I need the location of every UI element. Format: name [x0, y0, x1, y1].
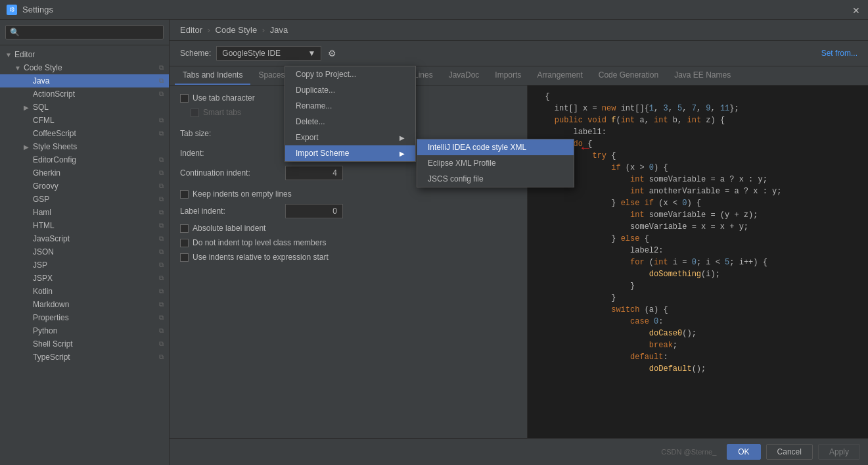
set-from-link[interactable]: Set from... — [821, 49, 857, 58]
code-line: } else { — [536, 233, 860, 245]
use-tab-character-checkbox[interactable] — [180, 94, 189, 103]
sidebar-item-label: Properties — [33, 313, 69, 322]
breadcrumb-code-style: Code Style — [216, 25, 258, 35]
sidebar-item-jspx[interactable]: JSPX ⧉ — [0, 272, 169, 285]
window-title: Settings — [22, 5, 852, 14]
code-line: case 0: — [536, 316, 860, 328]
sidebar-item-label: Style Sheets — [33, 142, 77, 151]
breadcrumb: Editor › Code Style › Java — [170, 20, 868, 41]
code-line: someVariable = x = x + y; — [536, 221, 860, 233]
code-line: break; — [536, 339, 860, 351]
sidebar-item-java[interactable]: Java ⧉ — [0, 74, 169, 87]
code-line: int someVariable = (y + z); — [536, 209, 860, 221]
sidebar-item-label: Python — [33, 326, 57, 335]
dropdown-arrow-icon: ▼ — [308, 49, 315, 58]
sidebar-item-properties[interactable]: Properties ⧉ — [0, 311, 169, 324]
copy-icon: ⧉ — [159, 77, 164, 85]
sidebar-item-gsp[interactable]: GSP ⧉ — [0, 193, 169, 206]
code-line: default: — [536, 351, 860, 363]
sidebar-item-coffeescript[interactable]: CoffeeScript ⧉ — [0, 127, 169, 140]
sidebar: ▼ Editor ▼ Code Style ⧉ Java ⧉ ActionScr… — [0, 20, 170, 465]
sidebar-item-groovy[interactable]: Groovy ⧉ — [0, 180, 169, 193]
sidebar-item-editorconfig[interactable]: EditorConfig ⧉ — [0, 153, 169, 166]
cancel-button[interactable]: Cancel — [766, 444, 813, 460]
submenu-item-jscs[interactable]: JSCS config file — [417, 171, 574, 187]
no-indent-top-checkbox[interactable] — [180, 239, 189, 247]
copy-icon: ⧉ — [159, 169, 164, 177]
use-indents-relative-label: Use indents relative to expression start — [193, 253, 329, 262]
absolute-label-indent-checkbox[interactable] — [180, 224, 189, 233]
code-line: int anotherVariable = a ? x : y; — [536, 185, 860, 197]
menu-item-copy-to-project[interactable]: Copy to Project... — [285, 66, 415, 82]
copy-icon: ⧉ — [159, 248, 164, 256]
label-indent-input[interactable] — [285, 204, 343, 218]
sidebar-item-label: Java — [33, 76, 49, 86]
menu-item-delete[interactable]: Delete... — [285, 114, 415, 130]
tab-tabs-and-indents[interactable]: Tabs and Indents — [175, 66, 250, 85]
sidebar-item-jsp[interactable]: JSP ⧉ — [0, 258, 169, 272]
ok-button[interactable]: OK — [727, 444, 760, 460]
menu-item-duplicate[interactable]: Duplicate... — [285, 82, 415, 98]
sidebar-item-markdown[interactable]: Markdown ⧉ — [0, 298, 169, 311]
sidebar-item-cfml[interactable]: CFML ⧉ — [0, 114, 169, 127]
tab-imports[interactable]: Imports — [487, 66, 529, 85]
menu-item-export[interactable]: Export ▶ — [285, 130, 415, 145]
sidebar-item-kotlin[interactable]: Kotlin ⧉ — [0, 285, 169, 298]
copy-icon: ⧉ — [159, 64, 164, 72]
sidebar-item-actionscript[interactable]: ActionScript ⧉ — [0, 87, 169, 101]
sidebar-item-haml[interactable]: Haml ⧉ — [0, 206, 169, 219]
use-indents-relative-checkbox[interactable] — [180, 253, 189, 262]
sidebar-item-label: EditorConfig — [33, 155, 76, 164]
submenu-item-intellij-xml[interactable]: IntelliJ IDEA code style XML ← — [417, 139, 574, 155]
scheme-row: Scheme: GoogleStyle IDE ▼ ⚙ Set from... … — [170, 41, 868, 66]
copy-icon: ⧉ — [159, 314, 164, 322]
scheme-dropdown[interactable]: GoogleStyle IDE ▼ — [216, 46, 321, 61]
use-tab-character-label: Use tab character — [193, 93, 255, 103]
sidebar-item-label: Markdown — [33, 300, 69, 309]
menu-item-import-scheme[interactable]: Import Scheme ▶ — [285, 145, 415, 161]
close-button[interactable]: ✕ — [852, 5, 861, 14]
sidebar-item-shell-script[interactable]: Shell Script ⧉ — [0, 337, 169, 351]
smart-tabs-checkbox[interactable] — [191, 109, 199, 117]
red-arrow-icon: ← — [579, 140, 592, 155]
sidebar-item-label: JSPX — [33, 274, 53, 283]
search-box — [0, 20, 169, 45]
tab-arrangement[interactable]: Arrangement — [529, 66, 590, 85]
continuation-indent-input[interactable] — [285, 166, 343, 180]
code-line: doDefault(); — [536, 363, 860, 375]
breadcrumb-sep1: › — [208, 25, 210, 35]
breadcrumb-editor: Editor — [180, 25, 202, 35]
sidebar-item-label: Gherkin — [33, 168, 60, 178]
apply-button[interactable]: Apply — [818, 444, 860, 460]
indent-label: Indent: — [180, 149, 285, 158]
sidebar-item-label: Code Style — [24, 63, 62, 72]
sidebar-item-python[interactable]: Python ⧉ — [0, 324, 169, 337]
code-line: public void f(int a, int b, int z) { — [536, 114, 860, 126]
scheme-label: Scheme: — [180, 49, 211, 58]
sidebar-item-typescript[interactable]: TypeScript ⧉ — [0, 351, 169, 364]
import-scheme-submenu: IntelliJ IDEA code style XML ← Eclipse X… — [417, 139, 574, 187]
smart-tabs-label: Smart tabs — [203, 108, 241, 117]
sidebar-item-javascript[interactable]: JavaScript ⧉ — [0, 232, 169, 245]
code-line: for (int i = 0; i < 5; i++) { — [536, 257, 860, 268]
tab-javadoc[interactable]: JavaDoc — [441, 66, 488, 85]
sidebar-item-style-sheets[interactable]: ▶ Style Sheets — [0, 140, 169, 153]
sidebar-item-editor[interactable]: ▼ Editor — [0, 48, 169, 61]
sidebar-item-html[interactable]: HTML ⧉ — [0, 219, 169, 232]
sidebar-item-json[interactable]: JSON ⧉ — [0, 245, 169, 258]
use-indents-relative-row: Use indents relative to expression start — [180, 253, 516, 262]
sidebar-item-sql[interactable]: ▶ SQL — [0, 101, 169, 114]
tab-code-generation[interactable]: Code Generation — [591, 66, 666, 85]
tab-size-label: Tab size: — [180, 129, 285, 138]
gear-button[interactable]: ⚙ — [327, 47, 338, 60]
menu-item-rename[interactable]: Rename... — [285, 98, 415, 114]
sidebar-item-code-style[interactable]: ▼ Code Style ⧉ — [0, 61, 169, 74]
watermark: CSDN @Sterne_ — [661, 448, 716, 456]
tab-java-ee-names[interactable]: Java EE Names — [666, 66, 739, 85]
copy-icon: ⧉ — [159, 301, 164, 308]
search-input[interactable] — [5, 25, 164, 39]
sidebar-item-label: Haml — [33, 208, 51, 217]
sidebar-item-gherkin[interactable]: Gherkin ⧉ — [0, 166, 169, 180]
submenu-item-eclipse-xml[interactable]: Eclipse XML Profile — [417, 155, 574, 171]
keep-indents-checkbox[interactable] — [180, 190, 189, 199]
